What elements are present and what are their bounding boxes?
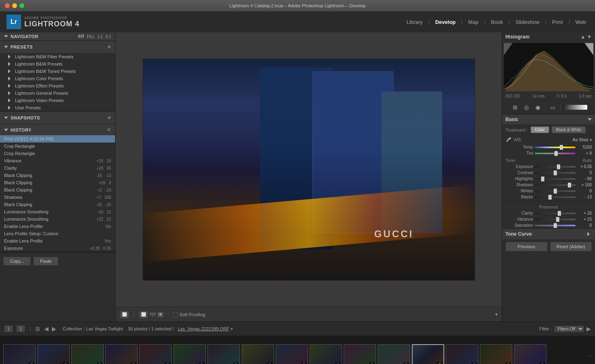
nav-web[interactable]: Web [573,17,589,27]
prev-filmstrip-btn[interactable]: ◀ [44,326,49,332]
crop-tool-btn[interactable]: ⊞ [510,102,520,112]
filmstrip-expand-icon[interactable]: ▶ [586,326,591,332]
history-item[interactable]: Print (3/3/12 4:52:54 PM) [0,135,115,143]
film-thumb[interactable]: ⊞ [446,344,478,364]
history-item[interactable]: Exposure +0.350.35 [0,245,115,252]
film-thumb[interactable]: ⊞ [3,344,36,364]
temp-thumb[interactable] [560,145,563,150]
graduated-filter-btn[interactable]: ▭ [548,102,558,112]
shadows-thumb[interactable] [568,183,571,187]
preset-color[interactable]: Lightroom Color Presets [0,75,115,82]
filmstrip-page-1[interactable]: 1 [4,325,13,332]
contrast-slider[interactable] [535,172,576,174]
next-filmstrip-btn[interactable]: ▶ [52,326,56,332]
eyedropper-icon[interactable] [505,136,512,143]
soft-proof-checkbox[interactable] [173,312,178,317]
fit-btn-1-1[interactable]: 1:1 [97,34,103,39]
film-thumb[interactable]: ⊞ [276,344,308,364]
history-item[interactable]: Enable Lens Profile No [0,223,115,230]
bw-treatment-btn[interactable]: Black & White [552,126,586,133]
tint-thumb[interactable] [554,151,558,156]
nav-slideshow[interactable]: Slideshow [513,17,542,27]
loupe-view-btn[interactable]: ⬜ [139,311,148,319]
vibrance-slider[interactable] [535,219,576,220]
film-thumb[interactable]: ⊞ [173,344,206,364]
nav-map[interactable]: Map [466,17,481,27]
history-item[interactable]: Crop Rectangle [0,143,115,150]
shadows-slider[interactable] [535,184,576,186]
auto-btn[interactable]: Auto [582,158,592,163]
grid-view-icon[interactable]: ⊞ [35,326,40,332]
film-thumb[interactable]: ⊞ [344,344,376,364]
whites-slider[interactable] [535,190,576,192]
presets-header[interactable]: Presets + [0,41,115,53]
film-thumb[interactable]: ⊞ [139,344,172,364]
film-thumb[interactable]: ⊞ [105,344,138,364]
fit-btn-fit[interactable]: FIT [78,34,84,39]
filename-dropdown[interactable]: ▾ [231,326,233,331]
nav-library[interactable]: Library [404,17,425,27]
tint-slider[interactable] [535,153,576,154]
film-thumb[interactable]: ⊞ [37,344,70,364]
history-item[interactable]: Crop Rectangle [0,150,115,157]
temp-slider[interactable] [535,147,576,148]
blacks-slider[interactable] [535,196,576,198]
saturation-slider[interactable] [535,225,576,226]
window-controls[interactable] [5,3,24,8]
blacks-thumb[interactable] [548,195,552,200]
histogram-arrow-up[interactable]: ▲ [580,34,585,40]
preset-bw-filter[interactable]: Lightroom B&W Filter Presets [0,53,115,60]
film-thumb[interactable]: ⊞ [480,344,512,364]
copy-button[interactable]: Copy... [3,257,31,266]
snapshots-header[interactable]: Snapshots + [0,112,115,124]
film-thumb[interactable]: ⊞ [378,344,410,364]
history-item[interactable]: Vibrance +1515 [0,157,115,164]
highlights-slider[interactable] [535,178,576,180]
red-eye-btn[interactable]: ◉ [533,102,543,112]
history-item[interactable]: Luminance Smoothing +2222 [0,215,115,223]
nav-print[interactable]: Print [550,17,565,27]
histogram-arrow-down[interactable]: ▼ [587,34,592,40]
wb-value[interactable]: As Shot [572,137,588,142]
compare-dropdown[interactable]: ▾ [157,312,164,317]
color-treatment-btn[interactable]: Color [531,126,549,133]
filter-select[interactable]: Filters Off [554,326,584,332]
soft-proofing-check[interactable]: Soft Proofing [173,312,205,317]
history-item[interactable]: Black Clipping -16-13 [0,172,115,179]
film-thumb-selected[interactable]: ⊞ [412,344,444,364]
presets-add-button[interactable]: + [107,43,111,51]
navigator-title[interactable]: Navigator [11,34,39,39]
exposure-slider[interactable] [535,166,576,168]
history-item[interactable]: Shadows +7100 [0,194,115,201]
paste-button[interactable]: Paste [33,257,58,266]
preset-general[interactable]: Lightroom General Presets [0,89,115,97]
exposure-thumb[interactable] [557,164,560,169]
history-clear-button[interactable]: ✕ [107,127,111,133]
history-item[interactable]: Black Clipping +2-23 [0,186,115,194]
crop-tool[interactable]: ⬜ [120,311,129,319]
vibrance-thumb[interactable] [556,217,559,222]
saturation-thumb[interactable] [554,223,557,228]
film-thumb[interactable]: ⊞ [208,344,240,364]
preset-user[interactable]: User Presets [0,104,115,111]
nav-book[interactable]: Book [488,17,505,27]
minimize-button[interactable] [12,3,17,8]
preset-video[interactable]: Lightroom Video Presets [0,97,115,104]
history-item[interactable]: Lens Profile Setup: Custom [0,230,115,237]
previous-button[interactable]: Previous [505,242,548,251]
contrast-thumb[interactable] [554,170,557,175]
history-header[interactable]: History ✕ [0,124,115,135]
film-thumb[interactable]: ⊞ [242,344,274,364]
wb-dropdown-btn[interactable]: ▾ [590,138,592,142]
history-item[interactable]: Clarity +2626 [0,164,115,172]
film-thumb[interactable]: ⊞ [514,344,546,364]
whites-thumb[interactable] [554,189,557,194]
history-item[interactable]: Luminance Smoothing -1012 [0,208,115,215]
history-item[interactable]: Black Clipping -25-25 [0,201,115,208]
film-thumb[interactable]: ⊞ [71,344,104,364]
basic-section-header[interactable]: Basic [502,114,595,124]
tone-curve-header[interactable]: Tone Curve [502,228,595,239]
toolbar-dropdown-arrow[interactable]: ▾ [495,312,498,317]
preset-effect[interactable]: Lightroom Effect Presets [0,82,115,89]
preset-bw[interactable]: Lightroom B&W Presets [0,60,115,68]
